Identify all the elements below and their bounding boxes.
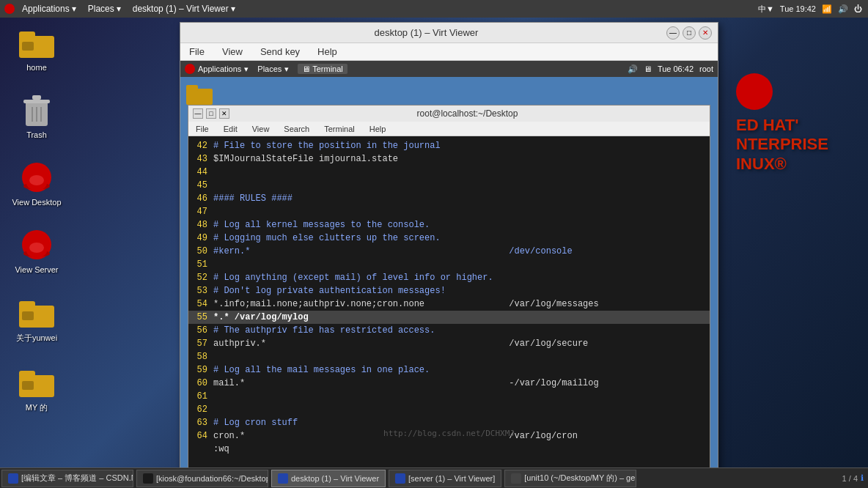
terminal-content[interactable]: 42# File to store the position in the jo… — [188, 136, 710, 467]
redhat-text-line1: ED HAT' — [736, 116, 828, 135]
desktop-icon-trash[interactable]: Trash — [7, 89, 66, 142]
trash-icon-label: Trash — [26, 130, 47, 139]
terminal-last-command: :wq — [188, 443, 710, 456]
svg-rect-23 — [186, 89, 213, 105]
terminal-edit-menu[interactable]: Edit — [221, 123, 240, 135]
line-number: 55 — [191, 311, 213, 324]
terminal-view-menu[interactable]: View — [249, 123, 273, 135]
taskbar: [编辑文章 – 博客频道 – CSDN.N... [kiosk@foundati… — [0, 467, 868, 488]
taskbar-unit10[interactable]: [unit10 (~/Desktop/MY 的) – ge... — [504, 470, 636, 487]
terminal-line-45: 45 — [188, 179, 710, 192]
taskbar-blog-label: [编辑文章 – 博客频道 – CSDN.N... — [21, 473, 133, 484]
terminal-file-menu[interactable]: File — [193, 123, 212, 135]
taskbar-kiosk-label: [kiosk@foundation66:~/Desktop] — [156, 474, 268, 483]
input-method[interactable]: 中▼ — [758, 4, 774, 15]
clock: Tue 19:42 — [780, 4, 816, 13]
taskbar-server-viewer[interactable]: [server (1) – Virt Viewer] — [389, 470, 501, 487]
desktop-icon-view-server[interactable]: View Server — [7, 224, 66, 277]
applications-menu[interactable]: Applications ▾ — [18, 2, 81, 15]
terminal-line-51: 51 — [188, 258, 710, 271]
vm-desktop-folder[interactable] — [186, 83, 213, 108]
line-content: # File to store the position in the jour… — [213, 139, 441, 152]
window-menu-label: desktop (1) – Virt Viewer — [133, 4, 229, 14]
close-button[interactable]: ✕ — [699, 26, 712, 40]
terminal-terminal-menu[interactable]: Terminal — [321, 123, 358, 135]
my-folder-icon — [19, 364, 54, 399]
taskbar-blog-icon — [8, 473, 18, 484]
taskbar-virt-viewer[interactable]: desktop (1) – Virt Viewer — [271, 470, 386, 487]
line-number: 42 — [191, 139, 213, 152]
window-menu[interactable]: desktop (1) – Virt Viewer ▾ — [128, 2, 240, 15]
about-yunwei-label: 关于yunwei — [16, 333, 57, 344]
line-content: # Log anything (except mail) of level in… — [213, 271, 493, 284]
line-number: 43 — [191, 152, 213, 166]
line-number: 63 — [191, 416, 213, 429]
terminal-line-54: 54*.info;mail.none;authpriv.none;cron.no… — [188, 297, 710, 311]
home-icon-label: home — [26, 63, 47, 72]
svg-point-16 — [29, 243, 44, 253]
vm-display-area: Applications ▾ Places ▾ 🖥 Terminal 🔊 🖥 T… — [180, 61, 718, 487]
vm-applications[interactable]: Applications — [198, 64, 241, 73]
terminal-close[interactable]: ✕ — [219, 108, 229, 119]
svg-rect-22 — [22, 381, 34, 390]
taskbar-kiosk[interactable]: [kiosk@foundation66:~/Desktop] — [136, 470, 268, 487]
taskbar-unit10-label: [unit10 (~/Desktop/MY 的) – ge... — [524, 473, 636, 484]
vm-terminal-button[interactable]: 🖥 Terminal — [298, 64, 347, 74]
sendkey-menu[interactable]: Send key — [257, 45, 303, 59]
terminal-maximize[interactable]: □ — [206, 108, 216, 119]
line-number: 52 — [191, 271, 213, 284]
terminal-minimize[interactable]: — — [193, 108, 203, 119]
desktop-icon-home[interactable]: home — [7, 22, 66, 75]
page-num-text: 1 / 4 — [842, 474, 858, 483]
desktop-icon-view-desktop[interactable]: View Desktop — [7, 157, 66, 210]
terminal-window: — □ ✕ root@localhost:~/Desktop File Edit… — [188, 105, 710, 483]
file-menu[interactable]: File — [186, 45, 207, 59]
power-icon: ⏻ — [854, 4, 862, 13]
help-menu[interactable]: Help — [315, 45, 340, 59]
line-number: 61 — [191, 390, 213, 403]
line-content: #### RULES #### — [213, 192, 293, 205]
terminal-line-64: 64cron.* /var/log/cron — [188, 429, 710, 443]
terminal-menubar: File Edit View Search Terminal Help — [188, 122, 710, 136]
line-content: # Logging much else clutters up the scre… — [213, 232, 441, 245]
line-content: $IMJournalStateFile imjournal.state — [213, 152, 398, 166]
line-number: 60 — [191, 377, 213, 390]
terminal-line-49: 49# Logging much else clutters up the sc… — [188, 232, 710, 245]
line-content: # Log all kernel messages to the console… — [213, 218, 430, 232]
terminal-line-42: 42# File to store the position in the jo… — [188, 139, 710, 152]
redhat-icon — [4, 4, 15, 14]
taskbar-blog[interactable]: [编辑文章 – 博客频道 – CSDN.N... — [1, 470, 133, 487]
terminal-title: root@localhost:~/Desktop — [229, 108, 705, 119]
terminal-help-menu[interactable]: Help — [367, 123, 389, 135]
line-number: 56 — [191, 324, 213, 337]
line-number: 48 — [191, 218, 213, 232]
view-server-label: View Server — [15, 265, 58, 274]
terminal-search-menu[interactable]: Search — [281, 123, 312, 135]
line-number: 58 — [191, 350, 213, 363]
desktop-icon-about-yunwei[interactable]: 关于yunwei — [7, 292, 66, 347]
applications-arrow: ▾ — [72, 4, 76, 14]
vm-time: Tue 06:42 — [658, 64, 694, 73]
svg-rect-19 — [22, 311, 34, 320]
terminal-line-48: 48# Log all kernel messages to the conso… — [188, 218, 710, 232]
desktop-icon-my[interactable]: MY 的 — [7, 361, 66, 416]
desktop-icons-container: home Trash View Desktop — [7, 22, 66, 416]
vm-places[interactable]: Places — [257, 64, 282, 73]
view-desktop-icon — [19, 160, 54, 195]
taskbar-kiosk-icon — [143, 473, 153, 484]
trash-icon — [19, 92, 54, 127]
line-number: 51 — [191, 258, 213, 271]
window-menu-arrow: ▾ — [231, 4, 235, 14]
terminal-window-controls: — □ ✕ — [193, 108, 229, 119]
volume-icon: 🔊 — [838, 4, 848, 14]
maximize-button[interactable]: □ — [683, 26, 696, 40]
vm-terminal-label: Terminal — [312, 64, 343, 73]
terminal-line-43: 43$IMJournalStateFile imjournal.state — [188, 152, 710, 166]
view-menu[interactable]: View — [219, 45, 246, 59]
minimize-button[interactable]: — — [666, 26, 680, 40]
places-menu[interactable]: Places ▾ — [84, 2, 125, 15]
taskbar-page-num: 1 / 4 ℹ — [838, 472, 868, 484]
taskbar-unit10-icon — [511, 473, 521, 484]
line-content: cron.* /var/log/cron — [213, 429, 578, 443]
terminal-line-59: 59# Log all the mail messages in one pla… — [188, 363, 710, 377]
